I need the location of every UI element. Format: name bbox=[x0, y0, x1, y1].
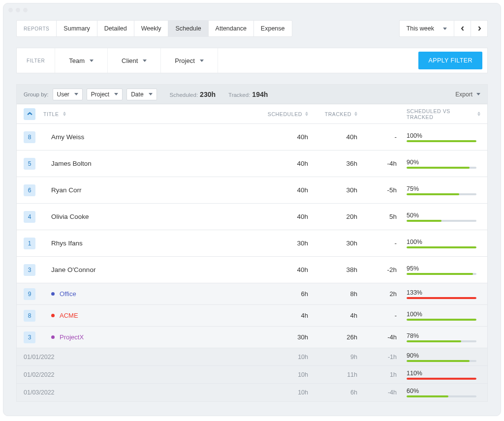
table-row[interactable]: 01/02/202210h11h1h110% bbox=[17, 366, 487, 384]
table-row[interactable]: 5James Bolton40h36h-4h90% bbox=[17, 150, 487, 177]
date-range-select[interactable]: This week bbox=[399, 20, 454, 37]
date-next-button[interactable] bbox=[471, 20, 488, 37]
row-progress: 133% bbox=[397, 289, 480, 299]
progress-bar bbox=[407, 167, 476, 169]
row-progress: 100% bbox=[397, 239, 480, 248]
row-badge: 3 bbox=[24, 331, 35, 343]
row-badge: 1 bbox=[24, 238, 35, 249]
filter-project-dropdown[interactable]: Project bbox=[161, 48, 217, 73]
row-tracked: 20h bbox=[308, 213, 357, 220]
row-diff: -4h bbox=[357, 389, 397, 396]
table-row[interactable]: 4Olivia Cooke40h20h5h50% bbox=[17, 204, 487, 230]
row-diff: - bbox=[357, 133, 397, 141]
tab-schedule[interactable]: Schedule bbox=[168, 21, 208, 36]
window-dot bbox=[8, 8, 13, 12]
filter-client-dropdown[interactable]: Client bbox=[108, 48, 160, 73]
window-titlebar bbox=[3, 3, 501, 16]
progress-bar bbox=[407, 140, 476, 142]
project-dot-icon bbox=[51, 335, 55, 339]
date-range-label: This week bbox=[407, 25, 434, 32]
progress-bar bbox=[407, 193, 476, 195]
row-progress: 100% bbox=[397, 311, 480, 321]
row-diff: -2h bbox=[357, 266, 397, 273]
row-scheduled: 40h bbox=[254, 160, 308, 167]
row-scheduled: 10h bbox=[254, 389, 308, 396]
row-badge: 4 bbox=[24, 211, 35, 223]
col-scheduled-vs-tracked[interactable]: SCHEDULED VS TRACKED bbox=[397, 108, 480, 120]
table-header: TITLE SCHEDULED TRACKED SCHEDULED VS TRA… bbox=[17, 104, 487, 124]
row-progress: 75% bbox=[397, 185, 480, 195]
date-range-group: This week bbox=[399, 20, 488, 37]
chevron-down-icon bbox=[476, 93, 480, 95]
tab-attendance[interactable]: Attendance bbox=[209, 21, 254, 36]
reports-label: REPORTS bbox=[17, 21, 57, 36]
chevron-down-icon bbox=[90, 60, 94, 62]
filter-team-dropdown[interactable]: Team bbox=[55, 48, 107, 73]
row-badge: 5 bbox=[24, 158, 35, 170]
table-row[interactable]: 6Ryan Corr40h30h-5h75% bbox=[17, 177, 487, 204]
tab-summary[interactable]: Summary bbox=[57, 21, 97, 36]
row-scheduled: 4h bbox=[254, 312, 308, 319]
row-scheduled: 6h bbox=[254, 290, 308, 298]
row-badge: 9 bbox=[24, 288, 35, 300]
table-row[interactable]: 3Jane O'Connor40h38h-2h95% bbox=[17, 257, 487, 283]
table-row[interactable]: 1Rhys Ifans30h30h-100% bbox=[17, 230, 487, 257]
table-row[interactable]: 01/03/202210h6h-4h60% bbox=[17, 384, 487, 401]
progress-bar bbox=[407, 340, 476, 342]
export-dropdown[interactable]: Export bbox=[455, 91, 480, 98]
project-dot-icon bbox=[51, 292, 55, 296]
row-diff: -4h bbox=[357, 333, 397, 341]
row-badge: 3 bbox=[24, 264, 35, 276]
report-tabs: REPORTS SummaryDetailedWeeklyScheduleAtt… bbox=[16, 20, 292, 37]
col-scheduled[interactable]: SCHEDULED bbox=[254, 111, 308, 117]
row-progress: 90% bbox=[397, 352, 480, 362]
col-title[interactable]: TITLE bbox=[43, 111, 254, 117]
progress-bar bbox=[407, 378, 476, 380]
row-tracked: 38h bbox=[308, 266, 357, 273]
progress-bar bbox=[407, 360, 476, 362]
group-by-date-select[interactable]: Date bbox=[126, 89, 157, 100]
row-title: Amy Weiss bbox=[43, 133, 254, 141]
table-row[interactable]: 8Amy Weiss40h40h-100% bbox=[17, 124, 487, 150]
row-tracked: 4h bbox=[308, 312, 357, 319]
progress-bar bbox=[407, 297, 476, 299]
row-diff: 1h bbox=[357, 371, 397, 378]
row-title: ProjectX bbox=[43, 333, 254, 341]
row-tracked: 8h bbox=[308, 290, 357, 298]
table-row[interactable]: 01/01/202210h9h-1h90% bbox=[17, 348, 487, 366]
tab-detailed[interactable]: Detailed bbox=[97, 21, 134, 36]
table-row[interactable]: 3ProjectX30h26h-4h78% bbox=[17, 327, 487, 348]
row-tracked: 6h bbox=[308, 389, 357, 396]
tab-weekly[interactable]: Weekly bbox=[134, 21, 169, 36]
collapse-all-button[interactable] bbox=[24, 108, 35, 120]
apply-filter-button[interactable]: APPLY FILTER bbox=[418, 52, 482, 69]
group-by-label: Group by: bbox=[24, 91, 49, 97]
chevron-down-icon bbox=[149, 93, 153, 95]
row-scheduled: 30h bbox=[254, 240, 308, 247]
row-diff: 5h bbox=[357, 213, 397, 220]
group-by-user-select[interactable]: User bbox=[53, 89, 83, 100]
row-scheduled: 40h bbox=[254, 186, 308, 194]
row-badge: 8 bbox=[24, 131, 35, 143]
row-tracked: 36h bbox=[308, 160, 357, 167]
window-dot bbox=[16, 8, 20, 12]
row-tracked: 40h bbox=[308, 133, 357, 141]
row-diff: -4h bbox=[357, 160, 397, 167]
chevron-down-icon bbox=[74, 93, 78, 95]
row-tracked: 26h bbox=[308, 333, 357, 341]
row-title: Rhys Ifans bbox=[43, 240, 254, 247]
tab-expense[interactable]: Expense bbox=[254, 21, 292, 36]
progress-bar bbox=[407, 246, 476, 248]
table-row[interactable]: 9Office6h8h2h133% bbox=[17, 283, 487, 305]
row-scheduled: 40h bbox=[254, 213, 308, 220]
row-title: 01/02/2022 bbox=[24, 371, 254, 378]
scheduled-stat: Scheduled:230h bbox=[170, 90, 216, 98]
group-by-bar: Group by: UserProjectDate Scheduled:230h… bbox=[17, 85, 487, 104]
table-row[interactable]: 8ACME4h4h-100% bbox=[17, 305, 487, 327]
group-by-project-select[interactable]: Project bbox=[87, 89, 123, 100]
row-title: ACME bbox=[43, 312, 254, 319]
filter-label: FILTER bbox=[17, 58, 55, 63]
col-tracked[interactable]: TRACKED bbox=[308, 111, 357, 117]
row-title: Jane O'Connor bbox=[43, 266, 254, 273]
date-prev-button[interactable] bbox=[454, 20, 471, 37]
